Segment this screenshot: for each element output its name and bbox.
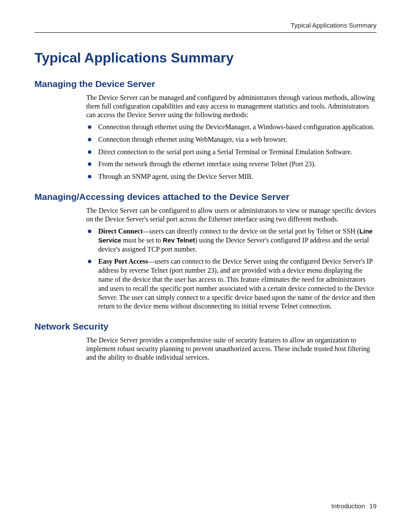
list-item: Through an SNMP agent, using the Device … <box>86 172 377 181</box>
footer-page-number: 19 <box>369 502 377 510</box>
text: must be set to <box>121 236 162 244</box>
intro-paragraph: The Device Server provides a comprehensi… <box>86 336 377 362</box>
text: —users can connect to the Device Server … <box>98 258 375 310</box>
list-item: Direct connection to the serial port usi… <box>86 148 377 157</box>
section-heading-managing-devices: Managing/Accessing devices attached to t… <box>34 192 377 202</box>
header-rule <box>34 32 377 33</box>
intro-paragraph: The Device Server can be configured to a… <box>86 206 377 224</box>
section-heading-managing-server: Managing the Device Server <box>34 79 377 89</box>
text: —users can directly connect to the devic… <box>143 227 359 235</box>
section-heading-network-security: Network Security <box>34 321 377 332</box>
footer-chapter: Introduction <box>331 502 365 510</box>
bullet-list: Connection through ethernet using the De… <box>86 123 377 181</box>
lead-term: Direct Connect <box>98 227 143 235</box>
list-item: Direct Connect—users can directly connec… <box>86 227 377 254</box>
section-body: The Device Server provides a comprehensi… <box>86 336 377 362</box>
page-title: Typical Applications Summary <box>34 50 377 66</box>
list-item: Easy Port Access—users can connect to th… <box>86 257 377 311</box>
list-item: From the network through the ethernet in… <box>86 160 377 169</box>
page: Typical Applications Summary Typical App… <box>0 0 411 532</box>
section-body: The Device Server can be managed and con… <box>86 93 377 181</box>
intro-paragraph: The Device Server can be managed and con… <box>86 93 377 119</box>
list-item: Connection through ethernet using the De… <box>86 123 377 132</box>
list-item: Connection through ethernet using WebMan… <box>86 135 377 144</box>
section-body: The Device Server can be configured to a… <box>86 206 377 311</box>
bullet-list: Direct Connect—users can directly connec… <box>86 227 377 311</box>
inline-bold: Rev Telnet <box>163 236 195 244</box>
page-footer: Introduction19 <box>331 502 377 510</box>
running-header: Typical Applications Summary <box>34 22 377 29</box>
lead-term: Easy Port Access <box>98 258 148 265</box>
